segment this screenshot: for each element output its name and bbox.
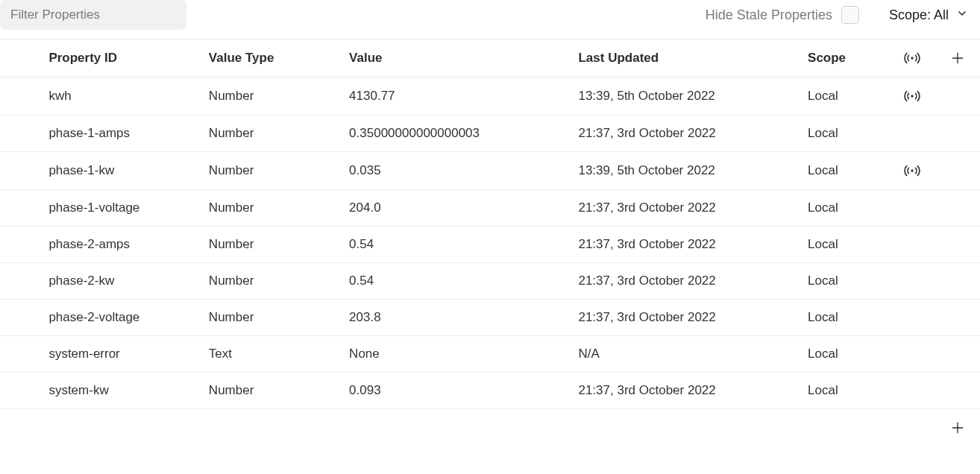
- cell-property-id: phase-1-kw: [16, 152, 193, 190]
- cell-value-type: Number: [194, 152, 334, 190]
- cell-value: 0.093: [334, 373, 563, 409]
- header-property-id[interactable]: Property ID: [16, 39, 193, 78]
- cell-live: [889, 263, 935, 300]
- cell-live: [889, 227, 935, 263]
- cell-value-type: Number: [194, 373, 334, 409]
- cell-last-updated: 21:37, 3rd October 2022: [563, 300, 793, 336]
- cell-last-updated: 13:39, 5th October 2022: [563, 78, 793, 116]
- table-row[interactable]: system-errorTextNoneN/ALocal: [0, 336, 980, 373]
- cell-value-type: Text: [194, 336, 334, 373]
- cell-last-updated: 21:37, 3rd October 2022: [563, 227, 793, 263]
- cell-live: [889, 116, 935, 152]
- chevron-down-icon: [956, 7, 968, 23]
- header-add: [935, 39, 980, 78]
- cell-last-updated: N/A: [563, 336, 793, 373]
- hide-stale-checkbox[interactable]: [841, 6, 859, 24]
- table-row[interactable]: phase-1-kwNumber0.03513:39, 5th October …: [0, 152, 980, 190]
- broadcast-icon: [904, 50, 920, 66]
- cell-scope: Local: [793, 336, 889, 373]
- cell-property-id: system-error: [16, 336, 193, 373]
- cell-property-id: phase-1-amps: [16, 116, 193, 152]
- cell-property-id: kwh: [16, 78, 193, 116]
- table-row[interactable]: phase-2-kwNumber0.5421:37, 3rd October 2…: [0, 263, 980, 300]
- cell-last-updated: 21:37, 3rd October 2022: [563, 373, 793, 409]
- cell-scope: Local: [793, 152, 889, 190]
- cell-scope: Local: [793, 263, 889, 300]
- cell-value: 0.54: [334, 263, 563, 300]
- table-row[interactable]: phase-2-voltageNumber203.821:37, 3rd Oct…: [0, 300, 980, 336]
- cell-live: [889, 152, 935, 190]
- cell-last-updated: 21:37, 3rd October 2022: [563, 190, 793, 227]
- cell-value: 4130.77: [334, 78, 563, 116]
- header-last-updated[interactable]: Last Updated: [563, 39, 793, 78]
- cell-value-type: Number: [194, 190, 334, 227]
- cell-scope: Local: [793, 78, 889, 116]
- scope-dropdown[interactable]: Scope: All: [889, 7, 976, 23]
- table-footer-row: [0, 409, 980, 446]
- properties-table: Property ID Value Type Value Last Update…: [0, 39, 980, 446]
- svg-point-4: [911, 169, 913, 171]
- cell-value: 204.0: [334, 190, 563, 227]
- table-row[interactable]: kwhNumber4130.7713:39, 5th October 2022L…: [0, 78, 980, 116]
- filter-properties-input[interactable]: [0, 0, 186, 30]
- broadcast-icon: [904, 88, 920, 104]
- table-header-row: Property ID Value Type Value Last Update…: [0, 39, 980, 78]
- cell-property-id: phase-2-amps: [16, 227, 193, 263]
- cell-live: [889, 190, 935, 227]
- cell-value-type: Number: [194, 300, 334, 336]
- table-row[interactable]: system-kwNumber0.09321:37, 3rd October 2…: [0, 373, 980, 409]
- cell-scope: Local: [793, 373, 889, 409]
- cell-scope: Local: [793, 300, 889, 336]
- cell-value-type: Number: [194, 227, 334, 263]
- table-row[interactable]: phase-2-ampsNumber0.5421:37, 3rd October…: [0, 227, 980, 263]
- cell-last-updated: 21:37, 3rd October 2022: [563, 116, 793, 152]
- cell-scope: Local: [793, 227, 889, 263]
- cell-scope: Local: [793, 116, 889, 152]
- cell-last-updated: 13:39, 5th October 2022: [563, 152, 793, 190]
- svg-point-3: [911, 95, 913, 97]
- hide-stale-label: Hide Stale Properties: [706, 7, 832, 23]
- svg-point-0: [911, 57, 913, 59]
- header-scope[interactable]: Scope: [793, 39, 889, 78]
- cell-value: 203.8: [334, 300, 563, 336]
- table-row[interactable]: phase-1-ampsNumber0.3500000000000000321:…: [0, 116, 980, 152]
- cell-live: [889, 336, 935, 373]
- add-property-footer-button[interactable]: [950, 420, 965, 435]
- header-value[interactable]: Value: [334, 39, 563, 78]
- add-property-button[interactable]: [950, 51, 965, 66]
- cell-value: 0.035: [334, 152, 563, 190]
- hide-stale-toggle-group: Hide Stale Properties: [706, 6, 859, 24]
- cell-live: [889, 78, 935, 116]
- cell-value-type: Number: [194, 263, 334, 300]
- cell-property-id: system-kw: [16, 373, 193, 409]
- broadcast-icon: [904, 162, 920, 179]
- cell-last-updated: 21:37, 3rd October 2022: [563, 263, 793, 300]
- cell-live: [889, 300, 935, 336]
- cell-value: 0.35000000000000003: [334, 116, 563, 152]
- cell-value-type: Number: [194, 78, 334, 116]
- toolbar: Hide Stale Properties Scope: All: [0, 0, 980, 39]
- cell-value: 0.54: [334, 227, 563, 263]
- header-value-type[interactable]: Value Type: [194, 39, 334, 78]
- cell-value-type: Number: [194, 116, 334, 152]
- cell-property-id: phase-2-kw: [16, 263, 193, 300]
- scope-label: Scope: All: [889, 7, 949, 23]
- table-row[interactable]: phase-1-voltageNumber204.021:37, 3rd Oct…: [0, 190, 980, 227]
- cell-value: None: [334, 336, 563, 373]
- cell-live: [889, 373, 935, 409]
- cell-scope: Local: [793, 190, 889, 227]
- header-live: [889, 39, 935, 78]
- cell-property-id: phase-2-voltage: [16, 300, 193, 336]
- cell-property-id: phase-1-voltage: [16, 190, 193, 227]
